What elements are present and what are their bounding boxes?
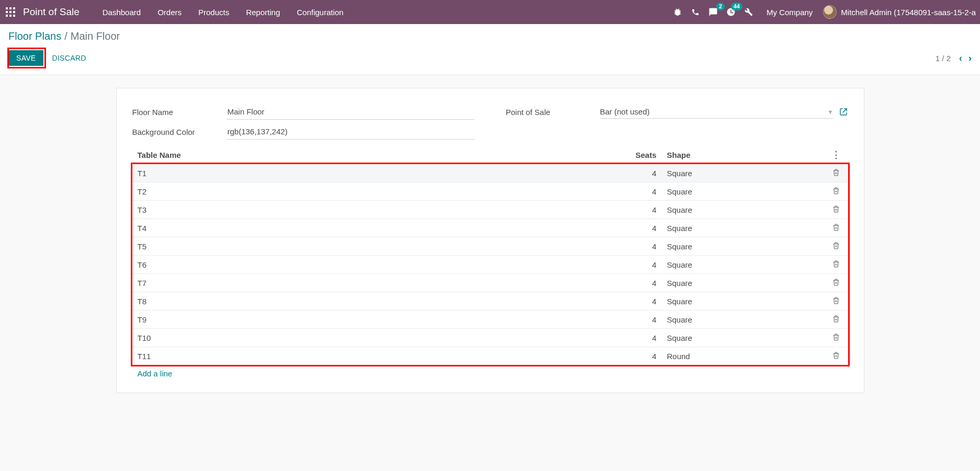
cell-seats[interactable]: 4 <box>625 219 662 237</box>
messages-icon[interactable]: 2 <box>708 7 718 17</box>
cell-shape[interactable]: Round <box>662 347 824 365</box>
trash-icon[interactable] <box>832 168 840 177</box>
col-table-name[interactable]: Table Name <box>132 146 625 164</box>
save-button[interactable]: SAVE <box>9 50 43 66</box>
point-of-sale-select[interactable]: Bar (not used) ▼ <box>600 105 833 119</box>
cell-table-name[interactable]: T2 <box>132 182 625 201</box>
col-shape[interactable]: Shape <box>662 146 824 164</box>
cell-seats[interactable]: 4 <box>625 164 662 182</box>
apps-icon[interactable] <box>4 6 17 18</box>
floor-name-input[interactable] <box>227 104 475 120</box>
cell-table-name[interactable]: T4 <box>132 219 625 237</box>
chevron-down-icon: ▼ <box>828 109 833 115</box>
navbar-right: 2 44 My Company Mitchell Admin (17548091… <box>672 5 976 19</box>
cell-delete <box>824 256 848 274</box>
cell-seats[interactable]: 4 <box>625 237 662 256</box>
col-options[interactable]: ⋮ <box>824 146 848 164</box>
svg-rect-7 <box>9 15 12 17</box>
pager-text[interactable]: 1 / 2 <box>936 54 951 63</box>
cell-shape[interactable]: Square <box>662 311 824 329</box>
table-row[interactable]: T14Square <box>132 164 848 182</box>
menu-dashboard[interactable]: Dashboard <box>94 0 149 24</box>
cell-seats[interactable]: 4 <box>625 182 662 201</box>
table-row[interactable]: T64Square <box>132 256 848 274</box>
background-color-input[interactable] <box>227 124 475 140</box>
cell-delete <box>824 164 848 182</box>
tables-list: Table Name Seats Shape ⋮ T14SquareT24Squ… <box>132 146 848 382</box>
discard-button[interactable]: DISCARD <box>52 54 86 62</box>
cell-delete <box>824 329 848 347</box>
save-highlight: SAVE <box>7 48 46 68</box>
table-row[interactable]: T44Square <box>132 219 848 237</box>
cell-table-name[interactable]: T10 <box>132 329 625 347</box>
pager-next[interactable]: › <box>968 53 972 64</box>
cell-seats[interactable]: 4 <box>625 292 662 311</box>
cell-shape[interactable]: Square <box>662 219 824 237</box>
menu-configuration[interactable]: Configuration <box>288 0 352 24</box>
cell-delete <box>824 219 848 237</box>
phone-icon[interactable] <box>690 7 701 17</box>
cell-seats[interactable]: 4 <box>625 274 662 292</box>
user-menu[interactable]: Mitchell Admin (17548091-saas-15-2-a <box>823 5 976 19</box>
company-selector[interactable]: My Company <box>767 8 813 17</box>
app-title[interactable]: Point of Sale <box>23 6 80 18</box>
trash-icon[interactable] <box>832 205 840 213</box>
trash-icon[interactable] <box>832 278 840 286</box>
cell-table-name[interactable]: T1 <box>132 164 625 182</box>
table-row[interactable]: T94Square <box>132 311 848 329</box>
menu-products[interactable]: Products <box>190 0 238 24</box>
control-panel: Floor Plans / Main Floor SAVE DISCARD 1 … <box>0 24 980 75</box>
cell-seats[interactable]: 4 <box>625 201 662 219</box>
trash-icon[interactable] <box>832 187 840 195</box>
messages-badge: 2 <box>716 3 725 10</box>
trash-icon[interactable] <box>832 223 840 232</box>
cell-table-name[interactable]: T9 <box>132 311 625 329</box>
label-floor-name: Floor Name <box>132 108 227 117</box>
tables-rows-highlight: T14SquareT24SquareT34SquareT44SquareT54S… <box>132 164 848 365</box>
cell-shape[interactable]: Square <box>662 164 824 182</box>
cell-table-name[interactable]: T7 <box>132 274 625 292</box>
table-row[interactable]: T24Square <box>132 182 848 201</box>
cell-shape[interactable]: Square <box>662 274 824 292</box>
cell-table-name[interactable]: T6 <box>132 256 625 274</box>
trash-icon[interactable] <box>832 315 840 323</box>
table-row[interactable]: T114Round <box>132 347 848 365</box>
table-row[interactable]: T54Square <box>132 237 848 256</box>
trash-icon[interactable] <box>832 260 840 268</box>
cell-seats[interactable]: 4 <box>625 329 662 347</box>
trash-icon[interactable] <box>832 333 840 341</box>
cell-shape[interactable]: Square <box>662 256 824 274</box>
col-seats[interactable]: Seats <box>625 146 662 164</box>
add-line-row[interactable]: Add a line <box>132 365 848 382</box>
navbar: Point of Sale Dashboard Orders Products … <box>0 0 980 24</box>
cell-shape[interactable]: Square <box>662 237 824 256</box>
cell-shape[interactable]: Square <box>662 182 824 201</box>
cell-seats[interactable]: 4 <box>625 311 662 329</box>
cell-table-name[interactable]: T8 <box>132 292 625 311</box>
debug-icon[interactable] <box>672 7 683 17</box>
label-point-of-sale: Point of Sale <box>506 108 600 117</box>
table-row[interactable]: T74Square <box>132 274 848 292</box>
cell-seats[interactable]: 4 <box>625 347 662 365</box>
cell-table-name[interactable]: T11 <box>132 347 625 365</box>
table-row[interactable]: T84Square <box>132 292 848 311</box>
cell-table-name[interactable]: T5 <box>132 237 625 256</box>
menu-orders[interactable]: Orders <box>149 0 190 24</box>
trash-icon[interactable] <box>832 296 840 305</box>
svg-rect-5 <box>13 11 15 13</box>
external-link-icon[interactable] <box>839 107 848 117</box>
table-row[interactable]: T104Square <box>132 329 848 347</box>
activities-icon[interactable]: 44 <box>726 7 736 17</box>
cell-seats[interactable]: 4 <box>625 256 662 274</box>
cell-table-name[interactable]: T3 <box>132 201 625 219</box>
tools-icon[interactable] <box>744 7 754 17</box>
menu-reporting[interactable]: Reporting <box>238 0 288 24</box>
trash-icon[interactable] <box>832 351 840 360</box>
breadcrumb-parent[interactable]: Floor Plans <box>8 30 61 42</box>
trash-icon[interactable] <box>832 242 840 250</box>
cell-shape[interactable]: Square <box>662 201 824 219</box>
pager-prev[interactable]: ‹ <box>959 53 962 64</box>
cell-shape[interactable]: Square <box>662 329 824 347</box>
table-row[interactable]: T34Square <box>132 201 848 219</box>
cell-shape[interactable]: Square <box>662 292 824 311</box>
